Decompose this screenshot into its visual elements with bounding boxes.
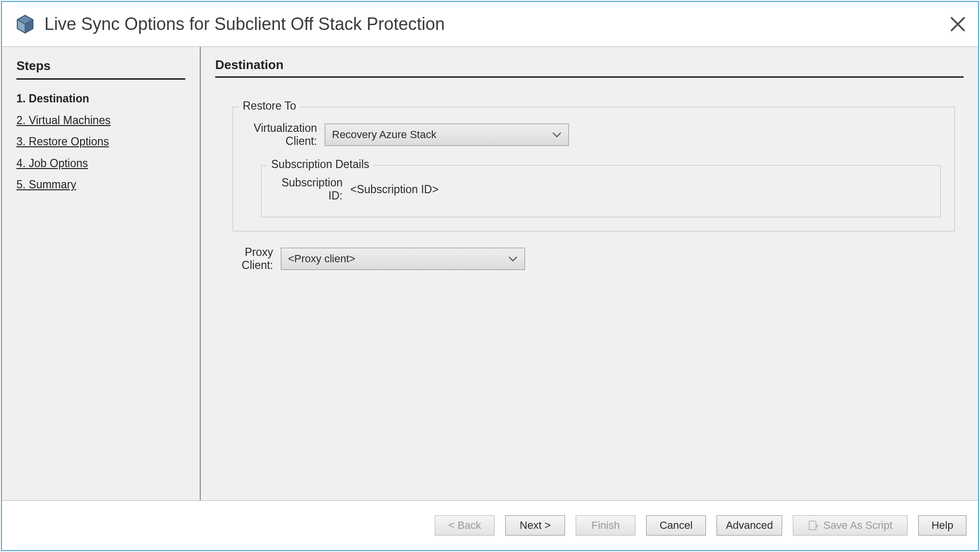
window-title: Live Sync Options for Subclient Off Stac… bbox=[44, 14, 948, 34]
steps-sidebar: Steps 1. Destination 2. Virtual Machines… bbox=[2, 47, 201, 500]
step-restore-options[interactable]: 3. Restore Options bbox=[16, 133, 185, 150]
virt-client-row: Virtualization Client: Recovery Azure St… bbox=[247, 122, 941, 148]
steps-heading: Steps bbox=[16, 58, 185, 80]
restore-to-group: Restore To Virtualization Client: Recove… bbox=[233, 107, 955, 231]
step-virtual-machines[interactable]: 2. Virtual Machines bbox=[16, 112, 185, 129]
save-as-script-button: Save As Script bbox=[793, 515, 908, 536]
app-icon bbox=[15, 14, 35, 34]
close-button[interactable] bbox=[948, 14, 967, 34]
chevron-down-icon bbox=[552, 132, 562, 138]
next-button[interactable]: Next > bbox=[505, 515, 565, 536]
svg-rect-6 bbox=[809, 521, 816, 530]
page-heading: Destination bbox=[215, 57, 964, 78]
step-summary[interactable]: 5. Summary bbox=[16, 176, 185, 193]
help-button[interactable]: Help bbox=[918, 515, 966, 536]
cancel-button[interactable]: Cancel bbox=[646, 515, 706, 536]
subscription-id-row: Subscription ID: <Subscription ID> bbox=[273, 176, 929, 202]
virt-client-dropdown[interactable]: Recovery Azure Stack bbox=[325, 124, 569, 146]
step-destination[interactable]: 1. Destination bbox=[16, 90, 185, 107]
advanced-button[interactable]: Advanced bbox=[717, 515, 782, 536]
subscription-id-value: <Subscription ID> bbox=[350, 183, 439, 196]
finish-button: Finish bbox=[576, 515, 635, 536]
save-as-script-label: Save As Script bbox=[823, 519, 892, 532]
subscription-id-label: Subscription ID: bbox=[273, 176, 350, 202]
subscription-details-legend: Subscription Details bbox=[267, 158, 373, 171]
wizard-window: Live Sync Options for Subclient Off Stac… bbox=[1, 1, 979, 551]
back-button: < Back bbox=[435, 515, 495, 536]
proxy-client-label: Proxy Client: bbox=[218, 246, 281, 272]
content-panel: Destination Restore To Virtualization Cl… bbox=[201, 47, 978, 500]
proxy-client-row: Proxy Client: <Proxy client> bbox=[233, 246, 964, 272]
chevron-down-icon bbox=[508, 256, 518, 262]
proxy-client-value: <Proxy client> bbox=[288, 253, 355, 265]
titlebar: Live Sync Options for Subclient Off Stac… bbox=[2, 2, 978, 46]
step-job-options[interactable]: 4. Job Options bbox=[16, 155, 185, 172]
subscription-details-group: Subscription Details Subscription ID: <S… bbox=[261, 165, 941, 217]
footer-buttons: < Back Next > Finish Cancel Advanced Sav… bbox=[2, 501, 978, 550]
proxy-client-dropdown[interactable]: <Proxy client> bbox=[281, 248, 525, 270]
script-icon bbox=[808, 520, 819, 531]
virt-client-value: Recovery Azure Stack bbox=[332, 128, 436, 141]
virt-client-label: Virtualization Client: bbox=[223, 122, 325, 148]
close-icon bbox=[948, 14, 967, 34]
restore-to-legend: Restore To bbox=[239, 99, 300, 113]
body-area: Steps 1. Destination 2. Virtual Machines… bbox=[2, 46, 978, 501]
